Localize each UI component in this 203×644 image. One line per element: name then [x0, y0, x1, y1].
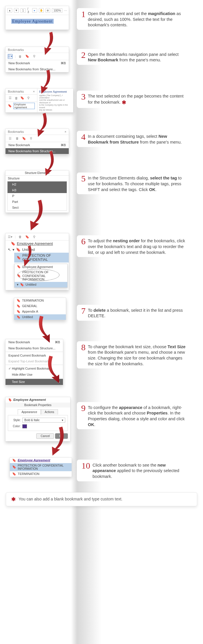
pane-title: Bookmarks	[6, 47, 69, 53]
step-8: 8 To change the bookmark text size, choo…	[77, 341, 188, 368]
page-up-icon[interactable]: ▲	[7, 8, 12, 13]
step-text: To delete a bookmark, select it in the l…	[88, 307, 186, 319]
options-menu-icon[interactable]: ☰	[8, 136, 12, 141]
options-menu-icon[interactable]: ☰▾	[8, 234, 12, 239]
step-number: 9	[79, 404, 86, 412]
find-bookmark-icon[interactable]: ⚲	[26, 96, 31, 100]
trash-icon[interactable]: 🗑	[15, 136, 19, 141]
step-text: To change the bookmark text size, choose…	[88, 343, 186, 367]
options-menu-icon[interactable]: ☰	[8, 96, 12, 100]
zoom-value[interactable]: 100%	[52, 8, 62, 13]
step-6: 6 To adjust the nesting order for the bo…	[77, 235, 188, 257]
bookmark-icon: 🔖	[20, 283, 24, 287]
step-text: To adjust the nesting order for the book…	[88, 237, 186, 255]
page-field[interactable]: 1	[21, 8, 26, 13]
bookmark-icon: 🔖	[17, 304, 21, 308]
bookmarks-panel-10: 🔖Employee Agreement 🔖PROTECTION OF CONFI…	[10, 457, 72, 477]
new-bookmark-icon[interactable]: 🔖	[25, 234, 30, 239]
step-number: 10	[79, 461, 90, 470]
find-bookmark-icon[interactable]: ⚲	[32, 234, 37, 239]
pdf-toolbar: ▲ ▼ 1 / 3 ▸ ✋ ⊕ 100% ⋯	[6, 6, 69, 15]
tab-appearance[interactable]: Appearance	[18, 409, 41, 414]
bookmark-item[interactable]: ↖▾🔖Untitled	[6, 247, 69, 253]
bookmark-item[interactable]: 🔖PROTECTION OF CONFIDENTIAL INFORMATION	[14, 269, 67, 282]
new-bookmark-icon[interactable]: 🔖	[22, 136, 26, 141]
bookmark-item[interactable]: 🔖Employee Agreement	[6, 241, 69, 247]
bookmark-item[interactable]: 🔖TERMINATION	[10, 471, 72, 477]
menu-new-bookmark[interactable]: New Bookmark⌘B	[6, 142, 69, 148]
step-number: 5	[79, 174, 86, 183]
step-number: 4	[79, 133, 86, 141]
selection-tool-icon[interactable]: ▸	[32, 8, 37, 13]
menu-new-bookmark[interactable]: New Bookmark⌘B	[6, 60, 69, 66]
trash-icon[interactable]: 🗑	[18, 54, 23, 59]
bookmark-item-selected[interactable]: ▾🔖Untitled	[14, 282, 67, 287]
bookmark-icon: 🔖	[8, 104, 12, 108]
trash-icon[interactable]: 🗑	[18, 234, 23, 239]
bookmark-icon: 🔖	[17, 315, 21, 319]
pane-title: Bookmarks	[8, 130, 24, 133]
bookmark-icon: 🔖	[11, 241, 15, 246]
bookmark-item[interactable]: 🔖GENERAL	[14, 303, 66, 309]
find-bookmark-icon[interactable]: ⚲	[32, 54, 37, 59]
step-text: Open the document and set the magnificat…	[88, 10, 186, 28]
struct-tag-p[interactable]: P	[8, 193, 67, 199]
bookmark-icon: 🔖	[17, 274, 21, 278]
footnote: ✱You can also add a blank bookmark and t…	[6, 492, 197, 506]
doc-panel-1: ▲ ▼ 1 / 3 ▸ ✋ ⊕ 100% ⋯ Employee Agreemen…	[5, 6, 69, 30]
doc-body-text: upplies ("the Company"), I understand vo…	[39, 94, 71, 111]
selected-doc-text[interactable]: Employee Agreement	[11, 19, 54, 24]
options-menu-icon[interactable]: ☰▾	[8, 54, 12, 59]
step-text: Click another bookmark to see the new ap…	[93, 461, 186, 480]
step-5: 5 In the Structure Elements dialog, sele…	[77, 173, 188, 194]
bookmark-icon: 🔖	[17, 299, 21, 302]
asterisk-icon: ✱	[122, 100, 126, 105]
cursor-icon: ↖	[8, 247, 11, 252]
step-number: 2	[79, 51, 86, 59]
close-icon[interactable]: ×	[65, 130, 66, 133]
dialog-title: Bookmark Properties	[6, 403, 70, 408]
step-text: The text selected on the page becomes th…	[88, 92, 186, 106]
bookmark-item[interactable]: 🔖Appendix A	[14, 309, 66, 314]
new-bookmark-icon[interactable]: 🔖	[25, 54, 30, 59]
more-icon[interactable]: ⋯	[64, 9, 67, 12]
hand-tool-icon[interactable]: ✋	[39, 8, 44, 13]
bookmark-item-selected[interactable]: 🔖PROTECTION OF CONFIDENTIAL INFORMATION	[10, 463, 72, 471]
bookmark-item[interactable]: 🔖Employee Agreement	[10, 458, 72, 463]
bookmark-icon: 🔖	[12, 458, 16, 462]
step-9: 9 To configure the appearance of a bookm…	[77, 402, 188, 429]
bookmark-icon: 🔖	[12, 465, 16, 469]
tab-actions[interactable]: Actions	[41, 409, 58, 414]
color-label: Color:	[10, 425, 21, 428]
collapse-icon[interactable]: ▾	[12, 247, 14, 252]
pane-title: Bookmarks	[8, 90, 24, 93]
struct-tag-h2[interactable]: H2	[8, 181, 67, 187]
trash-icon[interactable]: 🗑	[14, 96, 19, 100]
step-number: 7	[79, 307, 86, 315]
bookmark-icon: 🔖	[17, 310, 21, 313]
footnote-text: You can also add a blank bookmark and ty…	[19, 496, 122, 501]
bookmark-icon: 🔖	[16, 247, 21, 252]
menu-new-from-structure[interactable]: New Bookmarks from Structure...	[6, 345, 63, 351]
style-label: Style:	[10, 419, 21, 422]
page-down-icon[interactable]: ▼	[14, 8, 19, 13]
zoom-tool-icon[interactable]: ⊕	[46, 8, 50, 13]
bookmark-item[interactable]: 🔖Employee Agreement	[6, 102, 37, 110]
step-number: 6	[79, 237, 86, 246]
struct-tag-h3[interactable]: H3	[8, 187, 67, 193]
step-number: 8	[79, 343, 86, 352]
step-text: In the Structure Elements dialog, select…	[88, 174, 186, 192]
bookmark-item[interactable]: 🔖Employee Agreement	[6, 397, 70, 403]
step-1: 1 Open the document and set the magnific…	[77, 8, 188, 30]
style-select[interactable]: Bold & Italic▾	[22, 418, 65, 423]
new-bookmark-icon[interactable]: 🔖	[20, 96, 25, 100]
step-7: 7 To delete a bookmark, select it in the…	[77, 305, 188, 321]
color-swatch[interactable]	[22, 424, 27, 428]
bookmark-item[interactable]: 🔖TERMINATION	[14, 298, 66, 303]
step-10: 10 Click another bookmark to see the new…	[77, 460, 188, 481]
collapse-icon[interactable]: ▾	[17, 283, 19, 287]
step-number: 1	[79, 10, 86, 19]
step-4: 4 In a document containing tags, select …	[77, 131, 188, 147]
step-text: In a document containing tags, select Ne…	[88, 133, 186, 145]
page-total: / 3	[27, 7, 30, 14]
